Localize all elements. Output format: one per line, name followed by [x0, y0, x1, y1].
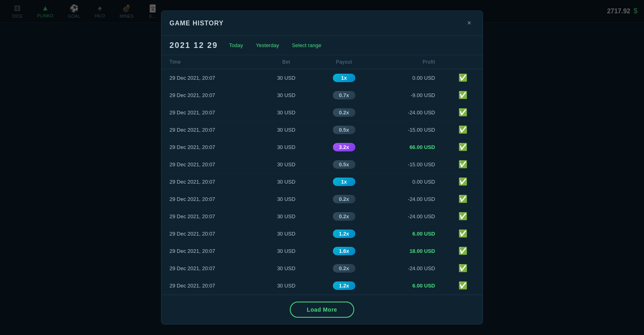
col-bet: Bet: [259, 55, 314, 69]
table-row: 29 Dec 2021, 20:07 30 USD 0.2x -24.00 US…: [161, 190, 483, 208]
modal-date: 2021 12 29: [169, 41, 218, 50]
col-verify: [443, 55, 483, 69]
history-table: Time Bet Payout Profit 29 Dec 2021, 20:0…: [161, 55, 483, 295]
cell-payout: 0.7x: [314, 87, 375, 104]
verify-icon: ✅: [458, 143, 467, 151]
table-row: 29 Dec 2021, 20:07 30 USD 3.2x 66.00 USD…: [161, 139, 483, 156]
cell-bet: 30 USD: [259, 87, 314, 104]
cell-verify[interactable]: ✅: [443, 225, 483, 242]
table-row: 29 Dec 2021, 20:07 30 USD 0.5x -15.00 US…: [161, 156, 483, 173]
cell-verify[interactable]: ✅: [443, 121, 483, 139]
payout-badge: 0.7x: [333, 91, 355, 99]
cell-profit: -15.00 USD: [374, 156, 443, 173]
cell-payout: 0.2x: [314, 104, 375, 121]
cell-time: 29 Dec 2021, 20:07: [161, 173, 259, 190]
cell-time: 29 Dec 2021, 20:07: [161, 277, 259, 294]
cell-profit: 66.00 USD: [374, 139, 443, 156]
load-more-button[interactable]: Load More: [290, 302, 354, 318]
modal-header: GAME HISTORY ×: [161, 11, 483, 36]
payout-badge: 0.2x: [333, 212, 355, 221]
table-row: 29 Dec 2021, 20:07 30 USD 1.6x 18.00 USD…: [161, 242, 483, 260]
cell-profit: 0.00 USD: [374, 173, 443, 190]
cell-payout: 3.2x: [314, 139, 375, 156]
modal-close-button[interactable]: ×: [464, 17, 475, 29]
cell-verify[interactable]: ✅: [443, 139, 483, 156]
cell-payout: 0.2x: [314, 190, 375, 208]
table-row: 29 Dec 2021, 20:07 30 USD 0.7x -9.00 USD…: [161, 87, 483, 104]
filter-yesterday[interactable]: Yesterday: [254, 41, 281, 49]
cell-verify[interactable]: ✅: [443, 69, 483, 87]
verify-icon: ✅: [458, 281, 467, 290]
cell-bet: 30 USD: [259, 173, 314, 190]
cell-bet: 30 USD: [259, 242, 314, 260]
col-profit: Profit: [374, 55, 443, 69]
cell-profit: 6.00 USD: [374, 277, 443, 294]
cell-bet: 30 USD: [259, 277, 314, 294]
table-body: 29 Dec 2021, 20:07 30 USD 1x 0.00 USD ✅ …: [161, 69, 483, 295]
cell-bet: 30 USD: [259, 121, 314, 139]
cell-time: 29 Dec 2021, 20:07: [161, 225, 259, 242]
verify-icon: ✅: [458, 126, 467, 134]
verify-icon: ✅: [458, 108, 467, 116]
cell-verify[interactable]: ✅: [443, 260, 483, 277]
cell-profit: 18.00 USD: [374, 242, 443, 260]
col-payout: Payout: [314, 55, 375, 69]
cell-verify[interactable]: ✅: [443, 156, 483, 173]
table-row: 29 Dec 2021, 20:07 30 USD 1.2x 6.00 USD …: [161, 225, 483, 242]
verify-icon: ✅: [458, 264, 467, 272]
cell-verify[interactable]: ✅: [443, 208, 483, 225]
cell-payout: 1x: [314, 69, 375, 87]
cell-time: 29 Dec 2021, 20:07: [161, 242, 259, 260]
cell-verify[interactable]: ✅: [443, 173, 483, 190]
table-row: 29 Dec 2021, 20:07 30 USD 1.2x 6.00 USD …: [161, 277, 483, 294]
cell-verify[interactable]: ✅: [443, 87, 483, 104]
cell-payout: 0.2x: [314, 260, 375, 277]
payout-badge: 1x: [333, 74, 355, 82]
col-time: Time: [161, 55, 259, 69]
cell-bet: 30 USD: [259, 190, 314, 208]
cell-time: 29 Dec 2021, 20:07: [161, 121, 259, 139]
cell-time: 29 Dec 2021, 20:07: [161, 156, 259, 173]
verify-icon: ✅: [458, 230, 467, 238]
cell-verify[interactable]: ✅: [443, 277, 483, 294]
payout-badge: 0.5x: [333, 126, 355, 134]
table-row: 29 Dec 2021, 20:07 30 USD 0.2x -24.00 US…: [161, 104, 483, 121]
table-row: 29 Dec 2021, 20:07 30 USD 1x 0.00 USD ✅: [161, 69, 483, 87]
verify-icon: ✅: [458, 160, 467, 168]
modal-backdrop: GAME HISTORY × 2021 12 29 Today Yesterda…: [0, 0, 644, 335]
verify-icon: ✅: [458, 74, 467, 82]
cell-bet: 30 USD: [259, 104, 314, 121]
modal-table-body: Time Bet Payout Profit 29 Dec 2021, 20:0…: [161, 55, 483, 295]
verify-icon: ✅: [458, 247, 467, 255]
cell-verify[interactable]: ✅: [443, 242, 483, 260]
cell-verify[interactable]: ✅: [443, 104, 483, 121]
cell-verify[interactable]: ✅: [443, 190, 483, 208]
cell-time: 29 Dec 2021, 20:07: [161, 208, 259, 225]
filter-range[interactable]: Select range: [290, 41, 323, 49]
game-history-modal: GAME HISTORY × 2021 12 29 Today Yesterda…: [161, 10, 483, 325]
verify-icon: ✅: [458, 91, 467, 99]
payout-badge: 1.2x: [333, 281, 355, 290]
cell-bet: 30 USD: [259, 156, 314, 173]
payout-badge: 1.6x: [333, 247, 355, 255]
payout-badge: 3.2x: [333, 143, 355, 151]
cell-profit: -15.00 USD: [374, 121, 443, 139]
cell-bet: 30 USD: [259, 260, 314, 277]
cell-profit: -24.00 USD: [374, 208, 443, 225]
payout-badge: 1.2x: [333, 230, 355, 238]
verify-icon: ✅: [458, 195, 467, 203]
modal-footer: Load More: [161, 295, 483, 324]
cell-profit: -24.00 USD: [374, 260, 443, 277]
cell-payout: 0.5x: [314, 156, 375, 173]
cell-bet: 30 USD: [259, 225, 314, 242]
cell-profit: -24.00 USD: [374, 190, 443, 208]
cell-time: 29 Dec 2021, 20:07: [161, 260, 259, 277]
modal-filters: 2021 12 29 Today Yesterday Select range: [161, 36, 483, 55]
cell-time: 29 Dec 2021, 20:07: [161, 69, 259, 87]
filter-today[interactable]: Today: [227, 41, 245, 49]
cell-payout: 1.2x: [314, 277, 375, 294]
cell-profit: -9.00 USD: [374, 87, 443, 104]
cell-profit: 6.00 USD: [374, 225, 443, 242]
verify-icon: ✅: [458, 212, 467, 220]
cell-bet: 30 USD: [259, 69, 314, 87]
